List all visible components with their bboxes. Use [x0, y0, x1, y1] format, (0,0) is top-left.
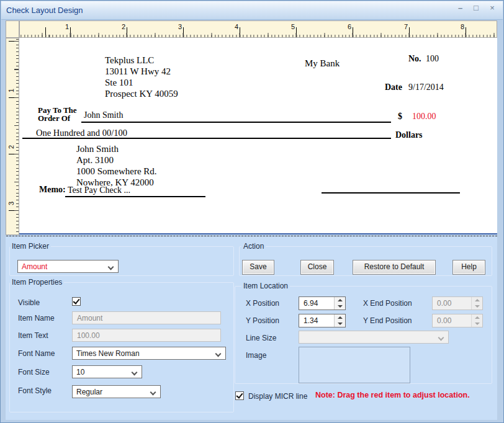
payee-address-item[interactable]: John Smith Apt. 3100 1000 Somewhere Rd. … [76, 143, 157, 188]
ruler-number: 3 [173, 23, 182, 30]
drag-note: Note: Drag the red item to adjust locati… [315, 391, 470, 399]
y-position-label: Y Position [246, 316, 279, 325]
item-picker-caption: Item Picker [10, 242, 51, 251]
pay-to-label[interactable]: Pay To The Order Of [38, 106, 77, 122]
y-position-spinner[interactable]: 1.34 [299, 314, 346, 327]
check-design-surface[interactable]: Tekplus LLC 13011 W Hwy 42 Ste 101 Prosp… [19, 38, 497, 234]
display-micr-checkbox[interactable] [235, 391, 244, 400]
check-layout-design-window: Check Layout Design – □ × 1 2 3 4 5 6 7 … [0, 0, 504, 423]
spin-down-icon [472, 303, 482, 309]
spin-down-icon[interactable] [335, 321, 345, 327]
spin-up-icon [472, 297, 482, 303]
check-number-value[interactable]: 100 [426, 54, 439, 64]
save-button[interactable]: Save [242, 260, 274, 275]
dollar-sign[interactable]: $ [398, 112, 402, 122]
amount-words-underline [22, 138, 391, 139]
item-name-field: Amount [72, 311, 221, 324]
x-position-spinner[interactable]: 6.94 [299, 296, 346, 310]
memo-underline [65, 196, 205, 197]
title-bar[interactable]: Check Layout Design – □ × [1, 1, 503, 20]
amount-words-item[interactable]: One Hundred and 00/100 [36, 128, 127, 138]
x-end-position-spinner: 0.00 [432, 296, 483, 310]
font-name-label: Font Name [18, 349, 55, 358]
y-end-position-spinner: 0.00 [432, 314, 483, 327]
memo-text-item[interactable]: Test Pay Check ... [68, 185, 130, 195]
ruler-number: 5 [286, 23, 295, 30]
ruler-number: 8 [456, 23, 464, 30]
ruler-number: 7 [399, 23, 408, 30]
company-line: Ste 101 [105, 77, 178, 88]
payee-name-item[interactable]: John Smith [84, 110, 123, 120]
x-position-value: 6.94 [304, 299, 318, 308]
ruler-number: 1 [7, 87, 15, 94]
font-size-label: Font Size [18, 368, 50, 376]
spin-up-icon[interactable] [335, 297, 345, 303]
minimize-icon[interactable]: – [456, 3, 464, 12]
address-line: John Smith [76, 143, 157, 154]
memo-label[interactable]: Memo: [39, 185, 66, 195]
visible-checkbox[interactable] [72, 297, 81, 306]
company-line: 13011 W Hwy 42 [105, 66, 178, 77]
dollars-label[interactable]: Dollars [395, 130, 423, 140]
maximize-icon[interactable]: □ [472, 3, 480, 12]
spin-down-icon [472, 321, 482, 327]
ruler-number: 2 [7, 143, 15, 151]
display-micr-label: Display MICR line [248, 392, 307, 401]
font-size-dropdown[interactable]: 10 [72, 365, 142, 378]
item-location-caption: Item Location [241, 282, 290, 290]
item-text-label: Item Text [18, 331, 48, 340]
company-line: Tekplus LLC [105, 55, 178, 66]
font-style-label: Font Style [18, 386, 52, 395]
item-text-field: 100.00 [72, 329, 221, 342]
signature-line [322, 192, 460, 194]
address-line: Apt. 3100 [76, 154, 157, 166]
spin-up-icon [472, 314, 482, 321]
help-button[interactable]: Help [452, 260, 485, 275]
image-label: Image [246, 351, 266, 360]
font-name-dropdown[interactable]: Times New Roman [72, 347, 226, 360]
ruler-number: 4 [230, 23, 238, 30]
selection-marquee [6, 236, 497, 236]
y-position-value: 1.34 [304, 316, 318, 325]
ruler-number: 6 [343, 23, 351, 30]
company-address-item[interactable]: Tekplus LLC 13011 W Hwy 42 Ste 101 Prosp… [105, 55, 178, 99]
payee-underline [81, 122, 391, 123]
check-number-label[interactable]: No. [408, 54, 421, 64]
spin-up-icon[interactable] [335, 314, 345, 321]
horizontal-ruler: 1 2 3 4 5 6 7 8 [19, 20, 497, 38]
close-button[interactable]: Close [300, 260, 334, 275]
ruler-corner [6, 20, 19, 38]
restore-to-default-button[interactable]: Restore to Default [353, 260, 436, 275]
vertical-ruler: 1 2 3 [6, 38, 19, 235]
x-end-position-value: 0.00 [437, 299, 451, 308]
y-end-position-label: Y End Position [363, 316, 412, 325]
date-label[interactable]: Date [385, 82, 402, 92]
item-picker-dropdown[interactable]: Amount [17, 260, 119, 273]
ruler-number: 2 [117, 23, 125, 30]
visible-label: Visible [18, 298, 40, 307]
close-icon[interactable]: × [488, 3, 497, 12]
ruler-number: 1 [60, 23, 69, 30]
item-properties-caption: Item Properties [10, 278, 64, 287]
bank-name-item[interactable]: My Bank [305, 58, 340, 69]
x-position-label: X Position [246, 299, 279, 308]
line-size-label: Line Size [246, 334, 276, 342]
spin-down-icon[interactable] [335, 303, 345, 309]
image-box [299, 347, 410, 383]
y-end-position-value: 0.00 [437, 316, 451, 325]
ruler-number: 3 [7, 200, 15, 207]
properties-panel: Item Picker Amount Item Properties Visib… [6, 237, 497, 420]
window-title: Check Layout Design [6, 6, 83, 15]
company-line: Prospect KY 40059 [105, 88, 178, 99]
pay-to-line: Order Of [38, 114, 77, 122]
amount-item-selected[interactable]: 100.00 [412, 112, 436, 122]
address-line: 1000 Somewhere Rd. [76, 166, 157, 177]
date-value[interactable]: 9/17/2014 [408, 82, 444, 92]
x-end-position-label: X End Position [363, 299, 412, 308]
line-size-dropdown [299, 331, 449, 344]
item-name-label: Item Name [18, 314, 55, 323]
action-caption: Action [241, 242, 266, 251]
font-style-dropdown[interactable]: Regular [72, 385, 161, 398]
